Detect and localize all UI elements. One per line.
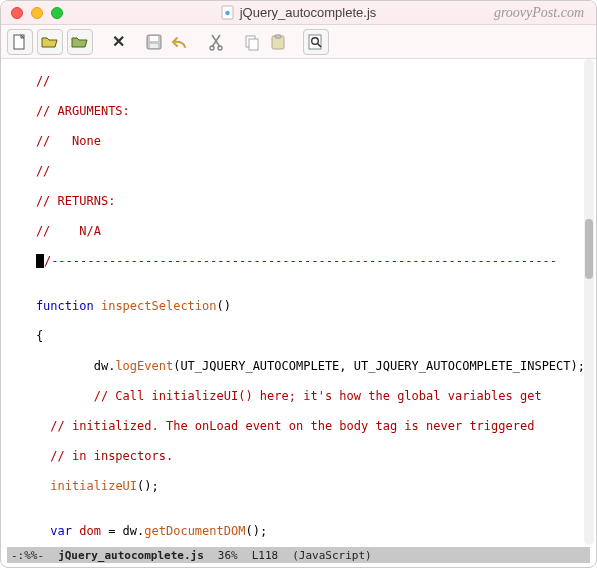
- traffic-lights: [1, 7, 63, 19]
- svg-point-1: [226, 11, 230, 15]
- status-percent: 36%: [218, 549, 238, 562]
- js-file-icon: [221, 6, 235, 20]
- code-line: //: [7, 164, 590, 179]
- svg-rect-9: [249, 39, 258, 50]
- svg-rect-4: [150, 36, 158, 41]
- open-file-button[interactable]: [37, 29, 63, 55]
- cursor-icon: [36, 254, 44, 268]
- code-line: // ARGUMENTS:: [7, 104, 590, 119]
- status-mode: -:%%-: [11, 549, 44, 562]
- svg-point-7: [218, 46, 222, 50]
- minimize-window-button[interactable]: [31, 7, 43, 19]
- svg-rect-11: [275, 35, 281, 38]
- code-line: initializeUI();: [7, 479, 590, 494]
- code-line: var dom = dw.getDocumentDOM();: [7, 524, 590, 539]
- open-alt-button[interactable]: [67, 29, 93, 55]
- code-line: // N/A: [7, 224, 590, 239]
- svg-point-6: [210, 46, 214, 50]
- new-file-button[interactable]: [7, 29, 33, 55]
- cut-button[interactable]: [205, 31, 227, 53]
- svg-rect-0: [222, 6, 233, 19]
- save-button[interactable]: [143, 31, 165, 53]
- scrollbar-thumb[interactable]: [585, 219, 593, 279]
- vertical-scrollbar[interactable]: [584, 59, 594, 545]
- code-line: /---------------------------------------…: [7, 254, 590, 269]
- watermark-text: groovyPost.com: [494, 5, 584, 21]
- status-bar: -:%%- jQuery_autocomplete.js 36% L118 (J…: [7, 547, 590, 563]
- status-filename: jQuery_autocomplete.js: [58, 549, 204, 562]
- code-line: //: [7, 74, 590, 89]
- code-line: // None: [7, 134, 590, 149]
- copy-button[interactable]: [241, 31, 263, 53]
- maximize-window-button[interactable]: [51, 7, 63, 19]
- code-line: // RETURNS:: [7, 194, 590, 209]
- code-editor[interactable]: // // ARGUMENTS: // None // // RETURNS: …: [7, 59, 590, 545]
- code-line: // initialized. The onLoad event on the …: [7, 419, 590, 434]
- code-line: // in inspectors.: [7, 449, 590, 464]
- close-file-button[interactable]: ✕: [107, 31, 129, 53]
- code-line: // Call initializeUI() here; it's how th…: [7, 389, 590, 404]
- paste-button[interactable]: [267, 31, 289, 53]
- code-line: {: [7, 329, 590, 344]
- close-window-button[interactable]: [11, 7, 23, 19]
- status-language: (JavaScript): [292, 549, 371, 562]
- code-line: function inspectSelection(): [7, 299, 590, 314]
- status-line: L118: [252, 549, 279, 562]
- search-button[interactable]: [303, 29, 329, 55]
- window-title-text: jQuery_autocomplete.js: [240, 5, 377, 20]
- toolbar: ✕: [1, 25, 596, 59]
- titlebar: jQuery_autocomplete.js groovyPost.com: [1, 1, 596, 25]
- svg-rect-5: [150, 44, 158, 48]
- code-line: dw.logEvent(UT_JQUERY_AUTOCOMPLETE, UT_J…: [7, 359, 590, 374]
- undo-button[interactable]: [169, 31, 191, 53]
